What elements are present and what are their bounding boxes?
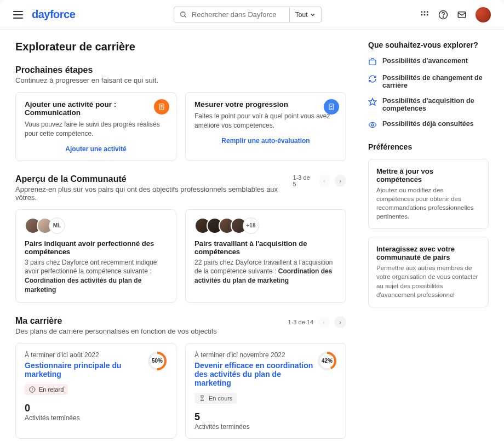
community-card: +18 Pairs travaillant à l'acquisition de… bbox=[185, 209, 346, 303]
peer-more-badge: +18 bbox=[243, 217, 259, 234]
prefs-heading: Préférences bbox=[368, 142, 489, 151]
career-subtitle: Des plans de carrière personnalisés en f… bbox=[15, 327, 217, 335]
career-card: À terminer d'ici novembre 2022 Devenir e… bbox=[185, 343, 346, 439]
user-avatar[interactable] bbox=[476, 7, 491, 22]
community-pager: 1-3 de 5 ‹ › bbox=[293, 174, 346, 187]
briefcase-icon bbox=[368, 58, 377, 66]
pref-card-update-skills[interactable]: Mettre à jour vos compétences Ajoutez ou… bbox=[368, 159, 489, 229]
search-filter-dropdown[interactable]: Tout bbox=[289, 8, 321, 22]
svg-line-1 bbox=[185, 15, 186, 17]
svg-point-0 bbox=[181, 12, 185, 16]
search-box: Tout bbox=[174, 7, 322, 22]
progress-ring: 42% bbox=[317, 351, 337, 371]
logo: dayforce bbox=[32, 8, 75, 21]
status-badge-late: En retard bbox=[25, 384, 68, 395]
status-badge-progress: En cours bbox=[194, 393, 237, 404]
next-steps-heading: Prochaines étapes bbox=[15, 65, 346, 75]
activities-count: 0 bbox=[25, 403, 167, 414]
svg-marker-25 bbox=[369, 98, 376, 105]
peer-card-desc: 22 pairs chez Dayforce travaillent à l'a… bbox=[194, 258, 337, 285]
star-icon bbox=[368, 98, 377, 106]
activity-icon bbox=[154, 99, 169, 114]
explore-item-career-change[interactable]: Possibilités de changement de carrière bbox=[368, 74, 489, 89]
peer-card-desc: 3 pairs chez Dayforce ont récemment indi… bbox=[25, 258, 167, 295]
page-title: Explorateur de carrière bbox=[15, 41, 346, 53]
career-plan-link[interactable]: Gestionnaire principale du marketing bbox=[25, 361, 147, 379]
search-icon bbox=[180, 11, 187, 19]
progress-percent: 50% bbox=[147, 351, 167, 371]
svg-point-26 bbox=[371, 124, 374, 126]
svg-point-7 bbox=[427, 14, 428, 15]
activities-label: Activités terminées bbox=[25, 414, 167, 422]
explore-item-skills[interactable]: Possibilités d'acquisition de compétence… bbox=[368, 97, 489, 112]
alert-icon bbox=[29, 386, 36, 393]
svg-point-5 bbox=[421, 14, 422, 15]
pref-card-peer-community[interactable]: Interagissez avec votre communauté de pa… bbox=[368, 237, 489, 307]
career-due: À terminer d'ici novembre 2022 bbox=[194, 351, 317, 359]
pager-text: 1-3 de 14 bbox=[288, 319, 313, 325]
explore-item-advancement[interactable]: Possibilités d'avancement bbox=[368, 57, 489, 66]
hamburger-menu-icon[interactable] bbox=[13, 11, 23, 19]
career-plan-link[interactable]: Devenir efficace en coordination des act… bbox=[194, 361, 317, 387]
progress-ring: 50% bbox=[147, 351, 167, 371]
explore-list: Possibilités d'avancement Possibilités d… bbox=[368, 57, 489, 129]
svg-point-2 bbox=[421, 11, 422, 13]
app-header: dayforce Tout bbox=[0, 0, 504, 30]
svg-point-4 bbox=[427, 11, 428, 13]
pager-next-button[interactable]: › bbox=[334, 316, 346, 328]
card-desc: Faites le point pour voir à quel point v… bbox=[194, 112, 337, 130]
peer-card-title: Pairs indiquant avoir perfectionné des c… bbox=[25, 239, 167, 256]
apps-icon[interactable] bbox=[420, 10, 429, 20]
mail-icon[interactable] bbox=[457, 10, 467, 20]
explore-heading: Que souhaitez-vous explorer? bbox=[368, 41, 489, 49]
next-steps-subtitle: Continuez à progresser en faisant ce qui… bbox=[15, 76, 346, 84]
activities-label: Activités terminées bbox=[194, 423, 337, 431]
eye-icon bbox=[368, 121, 377, 129]
peer-card-title: Pairs travaillant à l'acquisition de com… bbox=[194, 239, 337, 256]
self-eval-link[interactable]: Remplir une auto-évaluation bbox=[194, 137, 337, 145]
community-heading: Aperçu de la Communauté bbox=[15, 174, 293, 184]
refresh-icon bbox=[368, 75, 377, 83]
community-subtitle: Apprenez-en plus sur vos pairs qui ont d… bbox=[15, 185, 293, 202]
hourglass-icon bbox=[199, 395, 205, 402]
career-card: À terminer d'ici août 2022 Gestionnaire … bbox=[15, 343, 176, 439]
next-step-card: Ajouter une activité pour : Communicatio… bbox=[15, 92, 176, 161]
career-pager: 1-3 de 14 ‹ › bbox=[288, 316, 346, 328]
career-heading: Ma carrière bbox=[15, 316, 217, 326]
chevron-down-icon bbox=[310, 12, 316, 18]
pref-card-title: Interagissez avec votre communauté de pa… bbox=[376, 245, 480, 261]
pager-prev-button[interactable]: ‹ bbox=[319, 175, 330, 187]
pref-card-desc: Permettre aux autres membres de votre or… bbox=[376, 264, 480, 299]
peer-avatars: +18 bbox=[194, 217, 337, 234]
svg-point-3 bbox=[424, 11, 426, 13]
add-activity-link[interactable]: Ajouter une activité bbox=[25, 145, 167, 153]
svg-point-9 bbox=[443, 16, 443, 17]
activities-count: 5 bbox=[194, 411, 337, 423]
svg-point-6 bbox=[424, 14, 426, 15]
pager-text: 1-3 de 5 bbox=[293, 174, 314, 187]
svg-rect-24 bbox=[369, 60, 376, 65]
card-desc: Vous pouvez faire le suivi des progrès r… bbox=[25, 120, 167, 139]
peer-more-badge: ML bbox=[49, 217, 65, 234]
search-input[interactable] bbox=[192, 10, 284, 19]
checklist-icon bbox=[324, 99, 339, 114]
pager-next-button[interactable]: › bbox=[335, 175, 346, 187]
explore-item-viewed[interactable]: Possibilités déjà consultées bbox=[368, 120, 489, 129]
svg-point-21 bbox=[32, 391, 33, 391]
community-card: ML Pairs indiquant avoir perfectionné de… bbox=[15, 209, 176, 303]
card-title: Mesurer votre progression bbox=[194, 100, 337, 108]
pref-card-title: Mettre à jour vos compétences bbox=[376, 167, 480, 184]
progress-percent: 42% bbox=[317, 351, 337, 371]
career-due: À terminer d'ici août 2022 bbox=[25, 351, 147, 359]
search-filter-label: Tout bbox=[295, 11, 308, 19]
pref-card-desc: Ajoutez ou modifiez des compétences pour… bbox=[376, 186, 480, 221]
peer-avatars: ML bbox=[25, 217, 167, 234]
card-title: Ajouter une activité pour : Communicatio… bbox=[25, 100, 167, 117]
header-actions bbox=[420, 7, 491, 22]
help-icon[interactable] bbox=[438, 10, 448, 20]
pager-prev-button[interactable]: ‹ bbox=[318, 316, 330, 328]
next-step-card: Mesurer votre progression Faites le poin… bbox=[185, 92, 346, 161]
